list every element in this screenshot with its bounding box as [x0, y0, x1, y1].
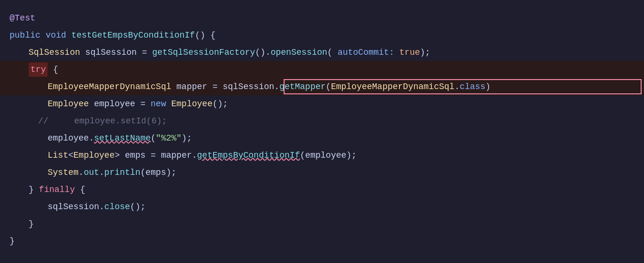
type-employee-ctor: Employee	[171, 97, 212, 111]
param-label-autocommit: autoCommit:	[337, 46, 394, 60]
method-name: testGetEmpsByConditionIf	[72, 29, 195, 42]
annotation-token: @Test	[10, 11, 35, 25]
keyword-class: class	[460, 80, 485, 94]
code-line-6: Employee employee = new Employee ();	[0, 95, 644, 112]
keyword-try: try	[29, 62, 48, 77]
code-line-10: System . out . println (emps);	[0, 164, 644, 181]
keyword-finally: finally	[39, 183, 75, 197]
type-employeemapper: EmployeeMapperDynamicSql	[48, 80, 171, 94]
code-line-14: }	[0, 233, 644, 250]
code-line-2: public void testGetEmpsByConditionIf () …	[0, 27, 644, 44]
type-employee: Employee	[48, 97, 89, 111]
obj-employee: employee.	[48, 132, 94, 145]
code-line-1: @Test	[0, 10, 644, 27]
keyword-new: new	[151, 97, 166, 111]
code-line-5: EmployeeMapperDynamicSql mapper = sqlSes…	[0, 78, 644, 95]
code-line-3: SqlSession sqlSession = getSqlSessionFac…	[0, 44, 644, 61]
code-editor: @Test public void testGetEmpsByCondition…	[0, 0, 644, 263]
field-out: out	[84, 166, 99, 180]
code-line-11: } finally {	[0, 181, 644, 198]
type-system: System	[48, 166, 79, 180]
param-value-true: true	[399, 46, 420, 60]
type-list: List	[48, 149, 68, 162]
code-line-13: }	[0, 215, 644, 233]
code-line-7: // employee.setId(6);	[0, 112, 644, 130]
method-setlastname: setLastName	[94, 132, 151, 145]
type-sqlsession: SqlSession	[29, 46, 80, 60]
method-close: close	[104, 200, 130, 214]
code-line-9: List < Employee > emps = mapper. getEmps…	[0, 147, 644, 164]
code-line-12: sqlSession. close ();	[0, 198, 644, 215]
code-line-4: try {	[0, 61, 644, 78]
type-employeemapper-2: EmployeeMapperDynamicSql	[331, 80, 454, 94]
keyword-void: void	[46, 29, 66, 42]
method-println: println	[104, 166, 141, 180]
method-getemps: getEmpsByConditionIf	[197, 149, 300, 162]
keyword-public: public	[10, 29, 41, 42]
method-getsqlfactory: getSqlSessionFactory	[152, 46, 255, 60]
comment-line-gutter: //	[38, 114, 53, 128]
method-getmapper: getMapper	[279, 80, 326, 94]
string-value: "%2%"	[156, 132, 182, 145]
method-opensession: openSession	[271, 46, 327, 60]
comment-text: employee.setId(6);	[53, 114, 167, 128]
code-line-8: employee. setLastName ( "%2%" );	[0, 130, 644, 147]
type-employee-generic: Employee	[73, 149, 114, 162]
